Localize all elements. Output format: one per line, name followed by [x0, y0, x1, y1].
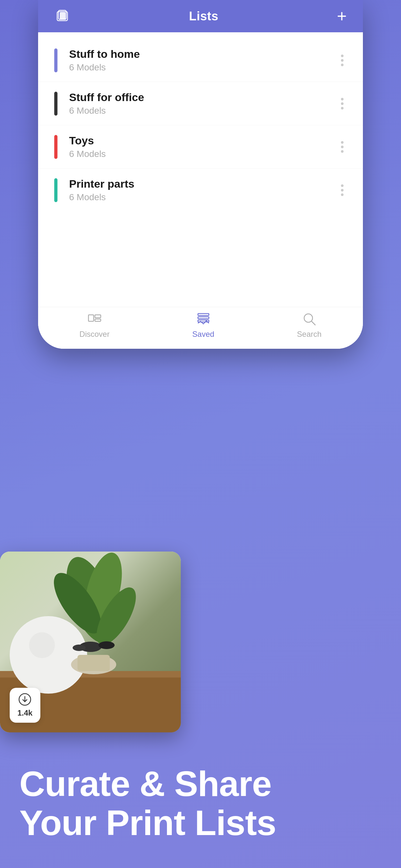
- list-item-info: Stuff for office 6 Models: [69, 91, 338, 116]
- nav-item-discover[interactable]: Discover: [80, 311, 110, 339]
- list-container: Stuff to home 6 Models Stuff for office …: [38, 32, 363, 218]
- dot: [341, 150, 343, 153]
- list-item-info: Toys 6 Models: [69, 134, 338, 159]
- list-item-subtitle: 6 Models: [69, 105, 338, 116]
- list-item-title: Printer parts: [69, 178, 338, 190]
- list-item-subtitle: 6 Models: [69, 149, 338, 159]
- svg-point-14: [29, 632, 55, 658]
- more-button[interactable]: [338, 95, 347, 113]
- download-badge: 1.4k: [10, 688, 40, 723]
- svg-point-23: [73, 645, 86, 651]
- nav-label-discover: Discover: [80, 330, 110, 339]
- svg-rect-3: [89, 315, 94, 321]
- phone-mockup: Lists + Stuff to home 6 Models Stuff for…: [38, 0, 363, 349]
- color-indicator: [54, 135, 58, 159]
- nav-item-saved[interactable]: Saved: [192, 311, 214, 339]
- add-button[interactable]: +: [337, 8, 347, 25]
- svg-rect-4: [95, 315, 101, 318]
- saved-icon: [195, 311, 212, 327]
- list-item[interactable]: Printer parts 6 Models: [38, 168, 363, 212]
- svg-rect-5: [95, 319, 101, 321]
- color-indicator: [54, 49, 58, 72]
- list-item-subtitle: 6 Models: [69, 62, 338, 73]
- header-title: Lists: [189, 9, 218, 23]
- dot: [341, 107, 343, 110]
- dot: [341, 146, 343, 148]
- list-item-info: Stuff to home 6 Models: [69, 48, 338, 73]
- color-indicator: [54, 92, 58, 116]
- bottom-nav: Discover Saved Search: [38, 307, 363, 349]
- svg-rect-20: [78, 655, 110, 671]
- dot: [341, 59, 343, 62]
- headline-line2: Your Print Lists: [19, 803, 382, 842]
- headline: Curate & Share Your Print Lists: [19, 764, 382, 842]
- nav-label-saved: Saved: [192, 330, 214, 339]
- dot: [341, 55, 343, 57]
- photo-card-inner: 1.4k: [0, 552, 181, 733]
- nav-label-search: Search: [297, 330, 321, 339]
- list-item-title: Toys: [69, 134, 338, 147]
- svg-line-10: [312, 321, 315, 325]
- dot: [341, 189, 343, 191]
- download-count: 1.4k: [18, 709, 33, 717]
- color-indicator: [54, 178, 58, 202]
- list-item-info: Printer parts 6 Models: [69, 178, 338, 203]
- list-item[interactable]: Stuff for office 6 Models: [38, 82, 363, 125]
- svg-rect-7: [198, 317, 209, 319]
- discover-icon: [87, 311, 103, 327]
- download-icon: [19, 693, 31, 706]
- list-item[interactable]: Stuff to home 6 Models: [38, 39, 363, 82]
- search-icon: [301, 311, 317, 327]
- nav-item-search[interactable]: Search: [297, 311, 321, 339]
- dot: [341, 141, 343, 144]
- svg-point-9: [304, 314, 312, 322]
- more-button[interactable]: [338, 181, 347, 199]
- photo-card: 1.4k: [0, 552, 181, 733]
- list-item-title: Stuff to home: [69, 48, 338, 60]
- app-header: Lists +: [38, 0, 363, 32]
- dot: [341, 64, 343, 66]
- more-button[interactable]: [338, 51, 347, 69]
- dot: [341, 193, 343, 196]
- list-item-subtitle: 6 Models: [69, 192, 338, 203]
- dot: [341, 102, 343, 105]
- svg-point-22: [98, 641, 115, 649]
- svg-rect-2: [60, 12, 66, 20]
- dot: [341, 184, 343, 187]
- dot: [341, 98, 343, 100]
- more-button[interactable]: [338, 138, 347, 156]
- headline-line1: Curate & Share: [19, 764, 382, 803]
- lists-icon[interactable]: [54, 8, 70, 24]
- list-item-title: Stuff for office: [69, 91, 338, 104]
- list-item[interactable]: Toys 6 Models: [38, 125, 363, 168]
- svg-rect-6: [198, 314, 209, 315]
